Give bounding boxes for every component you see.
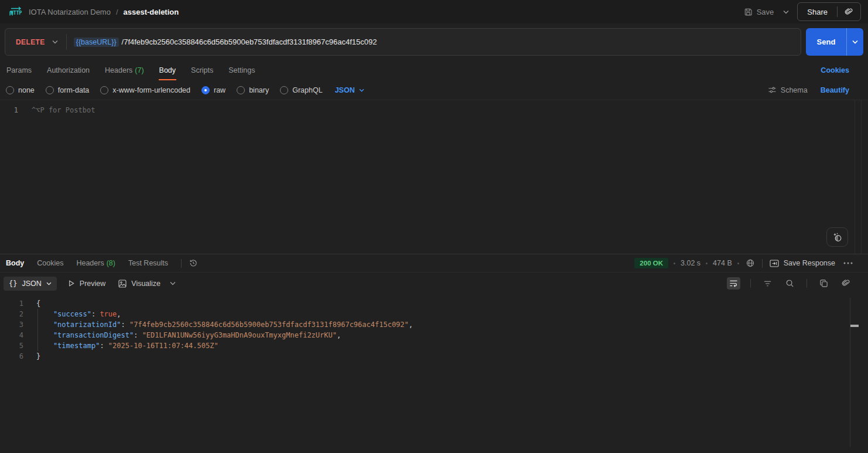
copy-link-response-button[interactable] — [839, 277, 853, 290]
copy-icon — [819, 279, 828, 288]
editor-line-number: 1 — [0, 105, 18, 115]
response-scrollbar-thumb[interactable] — [850, 325, 859, 327]
body-options-right: Schema Beautify — [768, 86, 862, 94]
tab-headers[interactable]: Headers (7) — [104, 60, 145, 80]
top-actions: Save Share — [744, 2, 861, 21]
breadcrumb-request-name[interactable]: assest-deletion — [124, 8, 179, 16]
body-type-form-data[interactable]: form-data — [46, 86, 90, 94]
top-bar: HTTP IOTA Notarization Demo / assest-del… — [0, 0, 868, 23]
postbot-button[interactable] — [826, 227, 848, 247]
breadcrumb: HTTP IOTA Notarization Demo / assest-del… — [8, 6, 179, 18]
response-size[interactable]: 474 B — [713, 259, 732, 267]
chevron-down-icon — [852, 40, 858, 44]
save-icon — [744, 8, 753, 16]
tab-body[interactable]: Body — [159, 60, 177, 80]
wrap-lines-button[interactable] — [727, 277, 740, 289]
radio-label: none — [18, 86, 35, 94]
separator-dot — [737, 263, 739, 264]
beautify-button[interactable]: Beautify — [821, 86, 849, 94]
response-code-line: 4 "transactionDigest": "ED1LFAN1UNw56iyy… — [0, 330, 868, 340]
body-type-binary[interactable]: binary — [237, 86, 269, 94]
response-time[interactable]: 3.02 s — [681, 259, 700, 267]
base-url-variable-chip[interactable]: {{baseURL}} — [74, 38, 119, 47]
response-more-options-button[interactable] — [843, 262, 853, 264]
save-response-label: Save Response — [784, 259, 835, 267]
response-tab-cookies[interactable]: Cookies — [37, 259, 63, 267]
schema-button[interactable]: Schema — [768, 86, 808, 94]
response-meta: 200 OK 3.02 s 474 B — [634, 258, 862, 268]
line-number: 5 — [0, 340, 23, 351]
network-info-button[interactable] — [746, 258, 755, 268]
visualize-button[interactable]: Visualize — [118, 280, 160, 288]
line-number: 2 — [0, 309, 23, 319]
code-text: "transactionDigest": "ED1LFAN1UNw56iyyG3… — [36, 330, 341, 340]
editor-scrollbar[interactable] — [855, 100, 862, 254]
body-type-options: none form-data x-www-form-urlencoded raw… — [0, 80, 868, 100]
body-type-graphql[interactable]: GraphQL — [280, 86, 322, 94]
tab-scripts[interactable]: Scripts — [190, 60, 214, 80]
response-code-line: 5 "timestamp": "2025-10-16T11:07:44.505Z… — [0, 340, 868, 351]
body-type-raw[interactable]: raw — [201, 86, 225, 94]
response-code-line: 6} — [0, 351, 868, 362]
response-tab-headers[interactable]: Headers (8) — [76, 259, 115, 267]
braces-icon: {} — [9, 280, 17, 288]
chevron-down-icon — [359, 88, 364, 92]
search-button[interactable] — [783, 277, 797, 290]
tab-label: Body — [6, 259, 24, 267]
send-options-chevron[interactable] — [846, 28, 863, 56]
code-text: { — [36, 298, 40, 309]
wrap-text-icon — [729, 280, 738, 287]
image-icon — [118, 280, 127, 288]
status-badge[interactable]: 200 OK — [634, 258, 668, 268]
response-headers-count: (8) — [107, 259, 115, 267]
postbot-shortcut-placeholder: ^⌥P for Postbot — [32, 105, 95, 115]
response-history-button[interactable] — [189, 258, 198, 268]
request-url-box: DELETE {{baseURL}} /7f4feb9cb2560c358846… — [5, 28, 801, 56]
chevron-down-icon — [52, 40, 58, 44]
radio-icon — [237, 86, 245, 94]
response-scrollbar-track — [850, 298, 850, 447]
request-body-editor[interactable]: 1 ^⌥P for Postbot — [0, 100, 868, 254]
cookies-link[interactable]: Cookies — [821, 66, 849, 74]
tab-authorization[interactable]: Authorization — [46, 60, 90, 80]
body-type-x-www-form-urlencoded[interactable]: x-www-form-urlencoded — [100, 86, 190, 94]
body-type-none[interactable]: none — [6, 86, 35, 94]
response-format-select[interactable]: {} JSON — [4, 277, 57, 291]
radio-label: x-www-form-urlencoded — [112, 86, 190, 94]
raw-language-select[interactable]: JSON — [335, 86, 364, 94]
tab-label: Body — [159, 66, 176, 74]
response-body-viewer[interactable]: 1{2 "success": true,3 "notarizationId": … — [0, 294, 868, 453]
send-button[interactable]: Send — [806, 28, 846, 56]
save-button[interactable]: Save — [744, 8, 774, 16]
response-pane: Body Cookies Headers (8) Test Results 20… — [0, 254, 868, 453]
share-button-group: Share — [797, 2, 861, 21]
tab-settings[interactable]: Settings — [228, 60, 255, 80]
code-text: "success": true, — [36, 309, 121, 319]
tab-label: Authorization — [47, 66, 90, 74]
share-button[interactable]: Share — [798, 3, 837, 21]
radio-label: binary — [249, 86, 269, 94]
indent-guide — [37, 309, 38, 351]
svg-text:HTTP: HTTP — [11, 11, 22, 16]
tab-params[interactable]: Params — [6, 60, 32, 80]
response-tab-body[interactable]: Body — [6, 259, 24, 267]
format-options-chevron[interactable] — [170, 281, 176, 285]
response-code-line: 1{ — [0, 298, 868, 309]
save-options-chevron[interactable] — [783, 10, 789, 14]
filter-button[interactable] — [761, 278, 774, 289]
method-selector[interactable]: DELETE — [5, 38, 66, 46]
save-response-button[interactable]: Save Response — [770, 259, 835, 267]
preview-button[interactable]: Preview — [67, 280, 105, 288]
copy-link-button[interactable] — [838, 3, 860, 21]
copy-response-button[interactable] — [817, 277, 831, 290]
url-input[interactable]: {{baseURL}} /7f4feb9cb2560c358846c6d56b5… — [67, 38, 801, 47]
breadcrumb-workspace[interactable]: IOTA Notarization Demo — [29, 8, 111, 16]
visualize-label: Visualize — [131, 280, 160, 288]
chevron-down-icon — [170, 281, 176, 285]
radio-icon — [6, 86, 14, 94]
response-tab-test-results[interactable]: Test Results — [128, 259, 168, 267]
response-header: Body Cookies Headers (8) Test Results 20… — [0, 254, 868, 273]
share-button-label: Share — [807, 8, 828, 16]
request-tabs: Params Authorization Headers (7) Body Sc… — [0, 60, 868, 80]
separator-dot — [706, 263, 708, 264]
